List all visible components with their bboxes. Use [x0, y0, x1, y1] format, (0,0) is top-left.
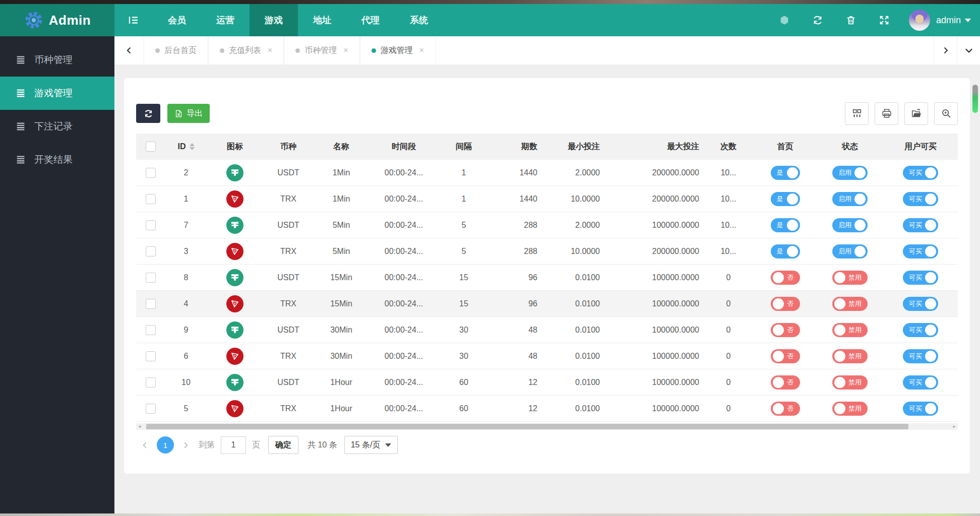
username: admin — [936, 15, 961, 26]
list-icon — [15, 154, 26, 165]
page-scrollbar-thumb[interactable] — [972, 85, 978, 113]
buy-toggle[interactable]: 可买 — [903, 192, 938, 206]
buy-toggle[interactable]: 可买 — [903, 218, 938, 232]
col-id: ID — [178, 142, 186, 151]
row-checkbox[interactable] — [146, 273, 156, 283]
tab[interactable]: 币种管理 × — [284, 36, 359, 64]
status-toggle[interactable]: 禁用 — [832, 271, 868, 285]
search-icon[interactable] — [934, 102, 958, 125]
row-checkbox[interactable] — [146, 351, 156, 361]
tabs-scroll-right-icon[interactable] — [934, 36, 957, 64]
nav-item[interactable]: 系统 — [395, 4, 443, 36]
tab-close-icon[interactable]: × — [268, 46, 272, 55]
status-toggle[interactable]: 禁用 — [832, 297, 868, 311]
cell-times: 0 — [703, 265, 754, 290]
status-toggle[interactable]: 启用 — [832, 166, 868, 180]
cell-interval: 1 — [439, 186, 489, 212]
horizontal-scrollbar-thumb[interactable] — [146, 424, 908, 429]
row-checkbox[interactable] — [146, 404, 156, 414]
trash-icon[interactable] — [834, 15, 868, 26]
status-toggle[interactable]: 禁用 — [832, 402, 868, 416]
page-number-input[interactable] — [221, 436, 246, 454]
tab[interactable]: 游戏管理 × — [360, 36, 436, 64]
row-checkbox[interactable] — [146, 377, 156, 388]
home-toggle[interactable]: 是 — [771, 218, 800, 232]
row-checkbox[interactable] — [146, 168, 156, 178]
toggle-knob — [834, 325, 845, 336]
print-icon[interactable] — [875, 102, 898, 125]
confirm-page-button[interactable]: 确定 — [268, 436, 298, 454]
status-toggle[interactable]: 禁用 — [832, 349, 868, 363]
buy-toggle[interactable]: 可买 — [903, 244, 938, 259]
nav-item[interactable]: 运营 — [201, 4, 250, 36]
horizontal-scrollbar[interactable]: ◂ ▸ — [136, 423, 958, 430]
current-page-button[interactable]: 1 — [157, 436, 174, 454]
next-page-icon[interactable] — [177, 441, 195, 449]
home-toggle[interactable]: 否 — [771, 271, 800, 285]
buy-toggle[interactable]: 可买 — [903, 349, 938, 363]
menu-fold-icon[interactable] — [114, 4, 153, 36]
tab[interactable]: 后台首页 — [144, 36, 208, 64]
page-size-select[interactable]: 15 条/页 — [344, 436, 398, 454]
home-toggle[interactable]: 是 — [771, 244, 800, 259]
hexagon-icon[interactable] — [768, 15, 801, 26]
export-button[interactable]: 导出 — [167, 104, 210, 123]
buy-toggle[interactable]: 可买 — [903, 271, 938, 285]
buy-toggle[interactable]: 可买 — [903, 375, 938, 390]
sidebar-item-label: 币种管理 — [34, 53, 73, 67]
fullscreen-icon[interactable] — [868, 15, 901, 26]
refresh-table-button[interactable] — [136, 104, 160, 123]
tab-close-icon[interactable]: × — [419, 46, 424, 55]
buy-toggle[interactable]: 可买 — [903, 402, 938, 416]
sidebar-item[interactable]: 开奖结果 — [0, 143, 114, 176]
row-checkbox[interactable] — [146, 220, 156, 230]
user-menu[interactable]: admin — [936, 15, 971, 26]
status-toggle[interactable]: 禁用 — [832, 375, 868, 390]
nav-item[interactable]: 地址 — [298, 4, 346, 36]
row-checkbox[interactable] — [146, 194, 156, 204]
scroll-left-arrow-icon[interactable]: ◂ — [136, 423, 143, 430]
status-toggle[interactable]: 启用 — [832, 244, 868, 259]
status-toggle[interactable]: 禁用 — [832, 323, 868, 337]
home-toggle[interactable]: 是 — [771, 192, 800, 206]
buy-toggle[interactable]: 可买 — [903, 297, 938, 311]
sort-icon[interactable] — [190, 143, 195, 150]
home-toggle[interactable]: 否 — [771, 297, 800, 311]
export-data-icon[interactable] — [904, 102, 928, 125]
status-toggle-label: 启用 — [834, 247, 854, 256]
status-toggle[interactable]: 启用 — [832, 192, 868, 206]
buy-toggle[interactable]: 可买 — [903, 166, 938, 180]
sidebar-item[interactable]: 币种管理 — [0, 43, 114, 77]
tab[interactable]: 充值列表 × — [208, 36, 284, 64]
status-toggle[interactable]: 启用 — [832, 218, 868, 232]
tab-close-icon[interactable]: × — [343, 46, 348, 55]
tabs-scroll-left-icon[interactable] — [114, 36, 144, 64]
scroll-right-arrow-icon[interactable]: ▸ — [951, 423, 958, 430]
home-toggle[interactable]: 否 — [771, 323, 800, 337]
row-checkbox[interactable] — [146, 299, 156, 309]
tabs-menu-icon[interactable] — [957, 36, 980, 64]
nav-item[interactable]: 会员 — [153, 4, 201, 36]
status-toggle-label: 禁用 — [845, 326, 866, 335]
select-all-checkbox[interactable] — [146, 142, 156, 152]
columns-icon[interactable] — [845, 102, 869, 125]
home-toggle[interactable]: 否 — [771, 349, 800, 363]
refresh-icon[interactable] — [801, 15, 834, 26]
cell-times: 0 — [703, 291, 754, 316]
prev-page-icon[interactable] — [136, 441, 154, 449]
nav-item-label: 系统 — [410, 14, 428, 26]
nav-item[interactable]: 游戏 — [250, 4, 298, 36]
cell-interval: 1 — [439, 160, 489, 185]
toggle-knob — [834, 298, 845, 309]
sidebar-item[interactable]: 下注记录 — [0, 110, 114, 143]
sidebar-item[interactable]: 游戏管理 — [0, 77, 114, 110]
avatar[interactable] — [909, 10, 930, 31]
nav-item[interactable]: 代理 — [346, 4, 395, 36]
buy-toggle[interactable]: 可买 — [903, 323, 938, 337]
row-checkbox[interactable] — [146, 325, 156, 335]
row-checkbox[interactable] — [146, 246, 156, 256]
home-toggle[interactable]: 否 — [771, 402, 800, 416]
home-toggle[interactable]: 是 — [771, 166, 800, 180]
cell-min-bet: 10.0000 — [544, 186, 605, 212]
home-toggle[interactable]: 否 — [771, 375, 800, 390]
